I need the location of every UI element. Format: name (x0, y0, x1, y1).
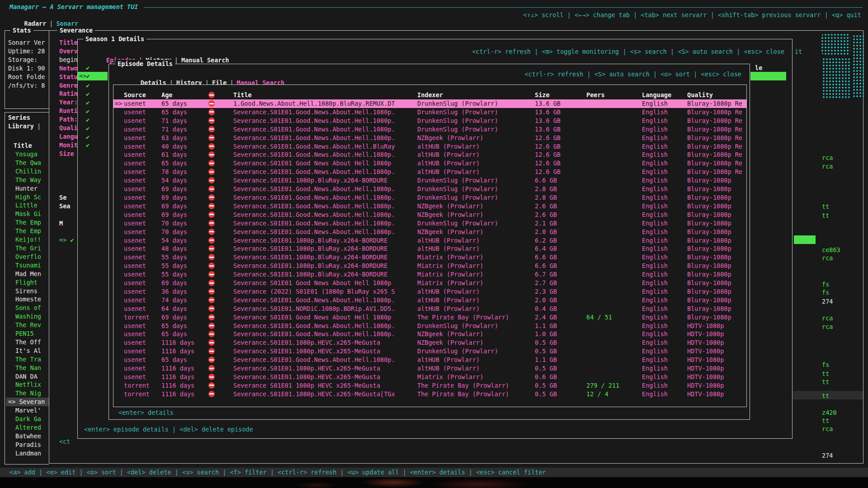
series-list-item[interactable]: Sirens (6, 287, 49, 296)
background-text-fragment: tt (822, 417, 829, 425)
series-list-item[interactable]: High Sc (6, 193, 49, 202)
col-indexer[interactable]: Indexer (417, 91, 535, 99)
series-list-item[interactable]: Batwhee (6, 432, 49, 441)
series-list-item[interactable]: Mad Men (6, 270, 49, 278)
selected-episode-highlight-left[interactable]: => ✔ (78, 72, 108, 80)
release-row[interactable]: torrent69 daysSeverance S01E01 Good News… (113, 313, 746, 322)
release-row[interactable]: usenet61 daysSeverance.S01E01.Good.News.… (113, 150, 746, 159)
series-list-item[interactable]: The Tra (6, 355, 49, 364)
series-list-item[interactable]: Yosuga (6, 150, 49, 159)
release-row[interactable]: usenet69 daysSeverance S01E01 Good News … (113, 279, 746, 287)
release-row[interactable]: usenet74 daysSeverance.S01E01.Good.News.… (113, 296, 746, 305)
release-row[interactable]: usenet55 daysSeverance.S01E01.1080p.BluR… (113, 253, 746, 262)
series-detail-field-label: Ratin (59, 89, 78, 98)
series-list-item[interactable]: It's Al (6, 347, 49, 355)
release-row[interactable]: usenet63 daysSeverance.S01E01.Good.News.… (113, 134, 746, 142)
release-row[interactable]: usenet71 daysSeverance.S01E01.Good.News.… (113, 117, 746, 125)
release-row[interactable]: usenet70 daysSeverance.S01E01.Good.News.… (113, 228, 746, 236)
col-source[interactable]: Source (124, 91, 161, 99)
series-list-item[interactable]: Altered (6, 423, 49, 432)
series-list-item[interactable]: Sons of (6, 304, 49, 312)
series-list-item[interactable]: The Gri (6, 244, 49, 253)
col-quality[interactable]: Quality (687, 91, 713, 99)
release-row[interactable]: usenet55 daysSeverance.S01E01.1080p.BluR… (113, 262, 746, 270)
release-row[interactable]: usenet1116 daysSeverance.S01E01.1080p.HE… (113, 373, 746, 381)
series-list-item[interactable]: DAN DA (6, 372, 49, 381)
series-list-item[interactable]: Tsunami (6, 261, 49, 270)
release-row[interactable]: usenet54 daysSeverance.S01E01.1080p.BluR… (113, 236, 746, 245)
release-row[interactable]: torrent1116 daysSeverance S01E01 1080p H… (113, 381, 746, 390)
release-row[interactable]: usenet65 daysSeverance.S01E01 Good News … (113, 159, 746, 168)
series-list-item[interactable]: Flight (6, 278, 49, 287)
series-list-item[interactable]: Mask Gi (6, 210, 49, 218)
series-list-item[interactable]: => Severan (6, 398, 49, 406)
series-detail-field-label: Year: (59, 98, 78, 107)
series-list-item[interactable]: Washing (6, 312, 49, 321)
background-text-fragment: 274 (822, 451, 833, 460)
monitored-check-icon: ✔ (86, 107, 94, 116)
series-list-item[interactable]: Landman (6, 449, 49, 458)
release-row[interactable]: usenet1116 daysSeverance.S01E01.1080p.HE… (113, 364, 746, 373)
series-list-item[interactable]: PEN15 (6, 329, 49, 338)
series-list-item[interactable]: Paradis (6, 441, 49, 449)
release-row[interactable]: usenet1116 daysSeverance.S01E01.1080p.HE… (113, 347, 746, 356)
series-list-item[interactable]: The Qwa (6, 159, 49, 167)
release-row[interactable]: usenet70 daysSeverance.S01E01.Good.News.… (113, 219, 746, 228)
col-size[interactable]: Size (535, 91, 586, 99)
release-row[interactable]: usenet65 daysSeverance.S01E01.Good.News.… (113, 322, 746, 330)
release-row[interactable]: usenet40 daysSeverance.S01E01.Good.News.… (113, 142, 746, 151)
col-title[interactable]: Title (233, 91, 417, 99)
series-list-item[interactable]: Little (6, 201, 49, 210)
series-list-item[interactable]: Marvel' (6, 406, 49, 415)
release-row[interactable]: usenet1116 daysSeverance.S01E01.1080p.HE… (113, 338, 746, 347)
poster-dot-art (821, 57, 850, 99)
release-row[interactable]: usenet69 daysSeverance.S01E01.Good.News.… (113, 193, 746, 202)
release-row[interactable]: usenet78 daysSeverance.S01E01.Good.News.… (113, 168, 746, 176)
release-row[interactable]: usenet69 daysSeverance.S01E01.Good.News.… (113, 202, 746, 211)
library-column-header: Title (14, 141, 32, 150)
release-row[interactable]: usenet54 daysSeverance.S01E01.1080p.BluR… (113, 176, 746, 185)
rejected-icon (208, 135, 215, 141)
rejected-icon (208, 237, 215, 244)
series-list-item[interactable]: The Nan (6, 364, 49, 372)
release-row[interactable]: torrent1116 daysSeverance.S01E01.1080p.H… (113, 390, 746, 399)
bottom-keybinds: <a> add | <e> edit | <o> sort | <del> de… (9, 468, 546, 477)
series-list-item[interactable]: Hunter (6, 184, 49, 193)
col-language[interactable]: Language (642, 91, 687, 99)
series-list-item[interactable]: The Nig (6, 389, 49, 398)
release-row[interactable]: usenet36 daysSeverance (2022) S01E01 (10… (113, 287, 746, 296)
series-list-item[interactable]: Dark Ga (6, 415, 49, 423)
col-rejected[interactable] (208, 91, 233, 99)
tab-season-manual-search[interactable]: Manual Search (181, 56, 229, 64)
series-list-item[interactable]: The Off (6, 338, 49, 347)
series-list-item[interactable]: The Rev (6, 321, 49, 329)
series-list-item[interactable]: Homeste (6, 295, 49, 304)
release-row[interactable]: usenet71 daysSeverance.S01E01.Good.News.… (113, 125, 746, 134)
series-list-item[interactable]: The Emp (6, 227, 49, 235)
release-row[interactable]: usenet69 daysSeverance.S01E01.Good.News.… (113, 185, 746, 193)
series-list-item[interactable]: Keijo!! (6, 235, 49, 244)
series-list-item[interactable]: Chillin (6, 167, 49, 176)
desktop-wallpaper-strip (0, 477, 868, 488)
series-detail-field-label: Runti (59, 107, 78, 115)
rejected-icon (208, 288, 215, 295)
library-tab[interactable]: Library| (8, 122, 41, 131)
release-row[interactable]: usenet65 daysSeverance.S01E01.Good.News.… (113, 108, 746, 117)
release-row[interactable]: usenet48 daysSeverance.S01E01.1080p.BluR… (113, 244, 746, 253)
release-row[interactable]: usenet65 daysSeverance.S01E01.Good.News.… (113, 330, 746, 338)
release-row[interactable]: usenet65 daysSeverance.S01E01.Good.News.… (113, 356, 746, 364)
release-row[interactable]: usenet64 daysSeverance.S01E01.NORDiC.108… (113, 305, 746, 313)
series-list-item[interactable]: The Way (6, 176, 49, 184)
monitored-check-icon: ✔ (86, 99, 94, 107)
episode-footer-keybinds: <enter> details (118, 408, 174, 417)
release-row[interactable]: usenet55 daysSeverance.S01E01.1080p.BluR… (113, 270, 746, 279)
series-list-item[interactable]: Overflo (6, 253, 49, 261)
series-list-item[interactable]: Netflix (6, 380, 49, 389)
rejected-icon (208, 229, 215, 235)
release-row[interactable]: usenet69 daysSeverance.S01E01.Good.News.… (113, 211, 746, 219)
col-age[interactable]: Age (161, 91, 208, 99)
col-peers[interactable]: Peers (586, 91, 642, 99)
seasons-selected-arrow[interactable]: => ✔ (59, 236, 74, 244)
release-row[interactable]: =>usenet65 days1.Good.News.About.Hell.10… (113, 99, 746, 108)
series-list-item[interactable]: The Emp (6, 218, 49, 227)
